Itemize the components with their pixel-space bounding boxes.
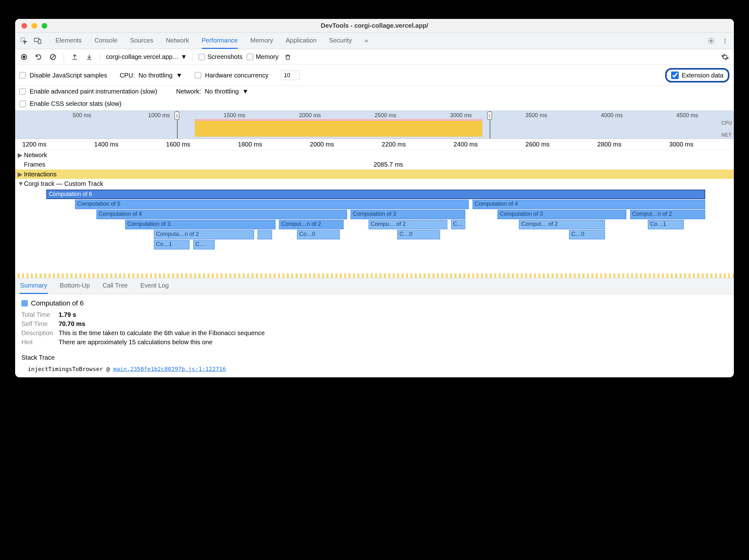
flame-bar[interactable]: Computation of 3	[125, 220, 276, 229]
upload-icon[interactable]	[70, 52, 80, 62]
detail-tab-event-log[interactable]: Event Log	[140, 278, 169, 294]
tabs-overflow[interactable]: »	[364, 33, 368, 49]
track-interactions[interactable]: ▶Interactions	[15, 170, 734, 179]
total-time-value: 1.79 s	[59, 311, 76, 318]
reload-icon[interactable]	[34, 52, 43, 62]
tab-security[interactable]: Security	[329, 33, 352, 49]
flame-bar[interactable]: Computation of 3	[350, 210, 465, 219]
tab-console[interactable]: Console	[94, 33, 117, 49]
flame-bar[interactable]: Computa…n of 2	[154, 230, 254, 239]
gear-icon[interactable]	[706, 35, 717, 47]
ruler-tick: 1600 ms	[166, 141, 190, 148]
tab-application[interactable]: Application	[285, 33, 317, 49]
tab-network[interactable]: Network	[166, 33, 189, 49]
tab-memory[interactable]: Memory	[250, 33, 273, 49]
detail-tab-bottom-up[interactable]: Bottom-Up	[59, 278, 91, 294]
capture-settings-row3: Enable CSS selector stats (slow)	[15, 98, 734, 111]
timeline-ruler[interactable]: 1200 ms 1400 ms 1600 ms 1800 ms 2000 ms …	[15, 139, 734, 150]
ruler-tick: 3000 ms	[669, 141, 693, 148]
ruler-tick: 2200 ms	[382, 141, 406, 148]
inspect-element-icon[interactable]	[18, 35, 30, 47]
flame-bar[interactable]: Computation of 4	[97, 210, 347, 219]
flame-bar[interactable]: Comput… of 2	[519, 220, 605, 229]
track-custom-header[interactable]: ▼Corgi track — Custom Track	[15, 179, 734, 188]
track-network[interactable]: ▶Network	[15, 150, 734, 160]
flame-bar[interactable]: Comput…n of 2	[279, 220, 343, 229]
overview-net-label: NET	[721, 132, 732, 138]
gc-icon[interactable]	[283, 52, 293, 62]
extension-data-checkbox[interactable]: Extension data	[665, 68, 729, 83]
self-time-value: 70.70 ms	[59, 320, 85, 328]
tab-performance[interactable]: Performance	[202, 33, 238, 49]
ruler-tick: 2000 ms	[310, 141, 334, 148]
overview-tick: 3000 ms	[450, 112, 472, 119]
hardware-concurrency-input[interactable]	[281, 71, 300, 80]
svg-point-8	[22, 55, 25, 58]
capture-settings-row2: Enable advanced paint instrumentation (s…	[15, 86, 734, 98]
summary-title: Computation of 6	[21, 299, 728, 307]
hardware-concurrency-checkbox[interactable]: Hardware concurrency	[195, 72, 268, 79]
memory-checkbox[interactable]: Memory	[247, 53, 278, 61]
flame-bar[interactable]: Computation of 5	[75, 200, 469, 209]
svg-point-5	[724, 40, 725, 41]
css-selector-stats-checkbox[interactable]: Enable CSS selector stats (slow)	[20, 100, 121, 107]
detail-tabbar: Summary Bottom-Up Call Tree Event Log	[15, 278, 734, 294]
detail-tab-call-tree[interactable]: Call Tree	[102, 278, 128, 294]
performance-toolbar: corgi-collage.vercel.app…▼ Screenshots M…	[15, 49, 734, 65]
disable-js-samples-checkbox[interactable]: Disable JavaScript samples	[20, 72, 107, 79]
clear-icon[interactable]	[48, 52, 58, 62]
kebab-menu-icon[interactable]	[719, 35, 731, 47]
flame-bar[interactable]: Computation of 4	[473, 200, 705, 209]
advanced-paint-checkbox[interactable]: Enable advanced paint instrumentation (s…	[20, 88, 157, 95]
flame-bar[interactable]: Computation of 3	[497, 210, 626, 219]
flame-bar[interactable]	[258, 230, 272, 239]
flame-chart[interactable]: Computation of 6 Computation of 5 Comput…	[15, 189, 734, 278]
overview-tick: 3500 ms	[526, 112, 547, 119]
flame-bar[interactable]: Co…1	[648, 220, 684, 229]
network-throttle-select[interactable]: Network: No throttling ▼	[176, 88, 249, 95]
recording-selector[interactable]: corgi-collage.vercel.app…▼	[106, 53, 187, 61]
flame-bar[interactable]: C…	[193, 240, 215, 249]
capture-settings-row1: Disable JavaScript samples CPU: No throt…	[15, 65, 734, 86]
record-icon[interactable]	[19, 52, 29, 62]
screenshots-checkbox[interactable]: Screenshots	[199, 53, 242, 61]
flame-bar[interactable]: C…0	[569, 230, 605, 239]
capture-settings-icon[interactable]	[720, 52, 730, 62]
overview-tick: 1000 ms	[148, 112, 170, 119]
overview-tick: 2500 ms	[374, 112, 396, 119]
flame-bar[interactable]: C…0	[397, 230, 440, 239]
svg-rect-2	[38, 39, 41, 43]
hint-value: There are approximately 15 calculations …	[59, 339, 212, 346]
flame-bar[interactable]: Co…1	[154, 240, 190, 249]
overview-tick: 4000 ms	[601, 112, 623, 119]
overview-tick: 2000 ms	[299, 112, 321, 119]
svg-point-3	[710, 40, 712, 42]
overview-tick: 1500 ms	[223, 112, 245, 119]
ruler-tick: 2600 ms	[526, 141, 550, 148]
flame-bar[interactable]: Computation of 6	[46, 189, 705, 199]
svg-line-10	[51, 55, 55, 59]
flame-bar[interactable]: Comput…n of 2	[630, 210, 706, 219]
overview-handle-left[interactable]: ||	[177, 111, 178, 139]
overview-timeline[interactable]: 500 ms 1000 ms 1500 ms 2000 ms 2500 ms 3…	[15, 111, 734, 139]
color-swatch	[21, 300, 28, 307]
flame-bar[interactable]: Co…0	[297, 230, 340, 239]
download-icon[interactable]	[84, 52, 94, 62]
ruler-tick: 2800 ms	[597, 141, 622, 148]
tab-elements[interactable]: Elements	[56, 33, 82, 49]
overview-handle-right[interactable]: ||	[490, 111, 491, 139]
flame-bar[interactable]: C…	[451, 220, 465, 229]
detail-tab-summary[interactable]: Summary	[20, 278, 48, 294]
stack-source-link[interactable]: main.2358fe1b2c80297b.js:1:122716	[113, 366, 226, 372]
flame-bar[interactable]: Compu… of 2	[368, 220, 447, 229]
track-frames[interactable]: Frames2085.7 ms	[15, 160, 734, 170]
svg-point-4	[724, 39, 725, 39]
device-toggle-icon[interactable]	[32, 35, 43, 47]
tab-sources[interactable]: Sources	[130, 33, 153, 49]
summary-panel: Computation of 6 Total Time1.79 s Self T…	[15, 294, 734, 377]
stack-trace-line: injectTimingsToBrowser @ main.2358fe1b2c…	[28, 366, 728, 372]
overview-cpu-label: CPU	[721, 120, 732, 126]
cpu-throttle-select[interactable]: CPU: No throttling ▼	[120, 72, 183, 79]
ruler-tick: 1400 ms	[94, 141, 119, 148]
window-title: DevTools - corgi-collage.vercel.app/	[15, 22, 734, 29]
